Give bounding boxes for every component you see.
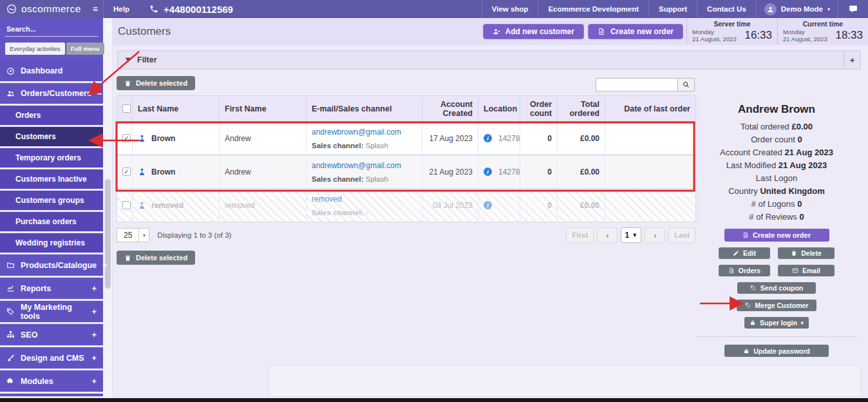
expand-icon[interactable]: + [102,260,108,270]
sidebar-item-my-marketing-tools[interactable]: My Marketing tools+ [0,301,103,322]
sidebar-next-item-partial [0,394,103,396]
sidebar-item-purchase-orders[interactable]: Purchase orders [0,212,103,231]
pagination-next-button[interactable]: › [645,227,665,243]
sidebar-item-wedding-registries[interactable]: Wedding registries [0,233,103,253]
sidebar-item-modules[interactable]: Modules+ [0,370,103,392]
filter-bar: Filter + [117,50,861,70]
expand-icon[interactable]: + [91,283,97,293]
column-header-total-ordered[interactable]: Total ordered [558,96,605,122]
email-link[interactable]: andrewbrown@gmail.com [312,161,401,170]
email-button[interactable]: Email [778,265,835,276]
row-checkbox[interactable] [122,201,131,209]
update-password-button[interactable]: Update password [724,345,829,357]
oscommerce-logo[interactable]: oscommerce ≡ [0,0,103,18]
tag-icon [745,302,751,309]
column-header-date-of-last-order[interactable]: Date of last order [605,96,696,122]
hamburger-menu-icon[interactable]: ≡ [93,4,98,14]
topbar-link-support[interactable]: Support [648,0,697,18]
expand-icon[interactable]: + [91,376,97,386]
column-header-order-count[interactable]: Order count [520,96,558,122]
panel-create-new-order-button[interactable]: Create new order [724,229,829,242]
envelope-icon [792,267,798,274]
person-icon [138,168,146,176]
topbar-link-contact-us[interactable]: Contact Us [697,0,756,18]
pagination-last-button[interactable]: Last [668,227,695,243]
first-name-cell: removed [220,189,307,222]
sidebar-item-temporary-orders[interactable]: Temporary orders [0,148,103,168]
search-icon [683,81,690,88]
account-created-cell: 03 Jul 2023 [422,189,478,222]
sidebar-item-customers-inactive[interactable]: Customers Inactive [0,169,103,189]
expand-icon[interactable]: + [91,307,97,316]
email-cell: andrewbrown@gmail.comSales channel: Spla… [307,122,422,155]
server-time-value: 16:33 [744,29,772,42]
help-link[interactable]: Help [103,0,139,18]
order-count-cell: 0 [520,122,558,155]
bottom-edge-strip [0,398,868,402]
super-login-button[interactable]: Super login ▾ [744,317,809,329]
detail-of-reviews: # of Reviews 0 [695,211,858,224]
detail-country: Country United Kingdom [695,185,858,198]
merge-customer-button[interactable]: Merge Customer [737,300,816,311]
search-icon[interactable] [105,25,113,33]
row-checkbox[interactable]: ✓ [122,134,131,142]
column-header-first-name[interactable]: First Name [220,96,307,122]
pagination-first-button[interactable]: First [566,227,594,243]
email-link[interactable]: andrewbrown@gmail.com [312,128,401,137]
info-icon[interactable]: i [484,201,492,209]
column-header-last-name[interactable]: Last Name [133,96,220,122]
topbar-link-view-shop[interactable]: View shop [482,0,538,18]
create-new-order-button[interactable]: Create new order [588,24,683,39]
user-menu[interactable]: Demo Mode ▾ [756,0,838,18]
delete-selected-button-bottom[interactable]: Delete selected [117,251,195,265]
expand-icon[interactable]: + [91,353,97,363]
sidebar-search-input[interactable] [6,25,105,33]
info-icon[interactable]: i [484,134,492,142]
sidebar-item-design-and-cms[interactable]: Design and CMS+ [0,347,103,368]
page-size-select[interactable]: 25 ▼ [117,228,149,242]
table-row: ✓BrownAndrewandrewbrown@gmail.comSales c… [117,155,696,189]
topbar-spacer [243,0,482,18]
scrollbar-thumb[interactable] [105,179,111,289]
delete-button[interactable]: Delete [778,247,835,259]
sidebar-item-reports[interactable]: Reports+ [0,278,103,299]
sidebar-item-seo[interactable]: SEO+ [0,324,103,345]
table-search-button[interactable] [678,78,695,91]
tab-full-menu[interactable]: Full menu [66,43,104,55]
sidebar-item-label: Reports [21,284,51,293]
table-search-input[interactable] [596,78,678,91]
filter-expand-button[interactable]: + [844,51,860,69]
first-name-cell: Andrew [220,155,307,189]
sidebar-item-orders[interactable]: Orders [0,106,103,125]
pagination-prev-button[interactable]: ‹ [597,227,618,243]
sidebar-item-orders-customers[interactable]: Orders/Customers − [0,83,103,104]
location-cell: i14278 [478,155,520,189]
phone-number[interactable]: +448000112569 [139,0,243,18]
send-coupon-button[interactable]: Send coupon [737,282,816,294]
row-checkbox[interactable]: ✓ [122,168,131,176]
sidebar-item-dashboard[interactable]: Dashboard [0,61,103,81]
column-header-location[interactable]: Location [478,96,520,122]
add-new-customer-button[interactable]: Add new customer [483,24,584,39]
delete-selected-button[interactable]: Delete selected [117,76,195,90]
sidebar-item-products-catalogue[interactable]: Products/Catalogue+ [0,254,103,276]
customer-detail-panel: Andrew Brown Total ordered £0.00Order co… [695,76,868,357]
select-all-checkbox[interactable] [122,104,131,113]
sidebar-item-customers-groups[interactable]: Customers groups [0,191,103,210]
column-header-account-created[interactable]: Account Created [422,96,478,122]
pagination-page-select[interactable]: 1 ▼ [621,227,641,243]
expand-icon[interactable]: + [91,330,97,340]
edit-button[interactable]: Edit [719,247,770,259]
sidebar-item-customers[interactable]: Customers [0,127,103,146]
column-header-e-mail-sales-channel[interactable]: E-mail/Sales channel [307,96,422,122]
tab-everyday-activities[interactable]: Everyday activities [5,43,65,55]
orders-button[interactable]: Orders [719,265,770,276]
chat-button[interactable] [838,0,868,18]
filter-toggle[interactable]: Filter [118,51,844,69]
topbar-link-ecommerce-development[interactable]: Ecommerce Development [538,0,648,18]
trash-icon [124,254,131,262]
vertical-scrollbar[interactable] [103,18,113,398]
collapse-icon[interactable]: − [97,89,102,99]
info-icon[interactable]: i [484,168,492,176]
email-link[interactable]: removed [312,195,342,204]
